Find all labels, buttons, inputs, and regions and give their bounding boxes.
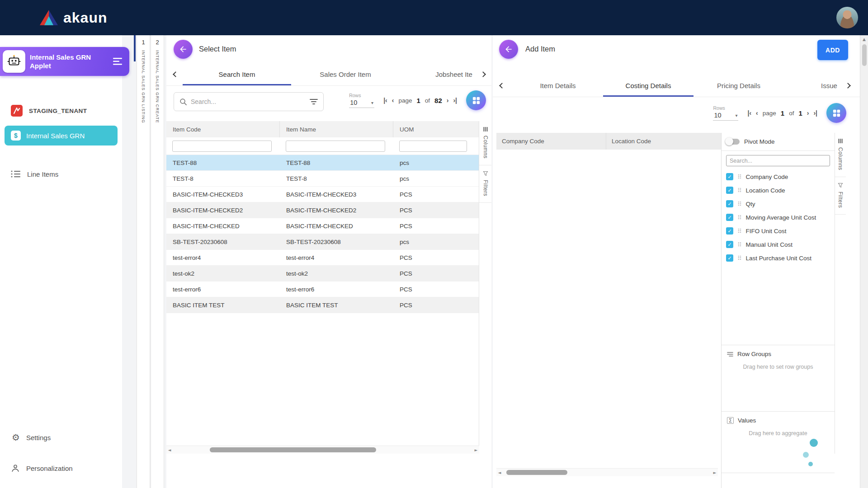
tab-sales-order-item[interactable]: Sales Order Item [291, 63, 400, 85]
rows-per-page-control[interactable]: Rows 10 ▾ [349, 93, 374, 108]
column-header-item-code[interactable]: Item Code [166, 121, 280, 137]
table-row[interactable]: test-error6test-error6PCS [166, 282, 479, 297]
menu-icon[interactable] [113, 57, 123, 66]
scroll-right-icon[interactable]: ► [712, 470, 718, 475]
side-tab-columns[interactable]: Columns [479, 121, 491, 165]
tenant-row[interactable]: STAGING_TENANT [11, 105, 87, 117]
rows-per-page-control[interactable]: Rows 10 ▾ [713, 105, 738, 121]
sidebar-item-settings[interactable]: ⚙ Settings [12, 433, 51, 442]
filter-list-icon[interactable] [310, 99, 318, 105]
uom-filter-input[interactable] [399, 141, 467, 152]
grid-view-button[interactable] [466, 90, 486, 110]
scroll-left-icon[interactable]: ◄ [496, 470, 503, 475]
prev-page-button[interactable]: ‹ [392, 97, 394, 104]
side-tab-filters[interactable]: Filters [835, 177, 846, 215]
table-row[interactable]: test-ok2test-ok2PCS [166, 266, 479, 282]
item-code-filter-input[interactable] [172, 141, 272, 152]
row-groups-dropzone[interactable]: Row Groups Drag here to set row groups [722, 345, 835, 411]
pivot-mode-toggle[interactable] [726, 139, 740, 145]
step-tab-create[interactable]: 2 INTERNAL SALES GRN CREATE [151, 35, 164, 488]
column-item[interactable]: ✓⠿Company Code [722, 170, 835, 183]
first-page-button[interactable]: |‹ [383, 97, 387, 104]
drag-handle-icon[interactable]: ⠿ [737, 214, 742, 221]
table-row[interactable]: BASIC-ITEM-CHECKEDBASIC-ITEM-CHECKEDPCS [166, 218, 479, 234]
drag-handle-icon[interactable]: ⠿ [737, 201, 742, 207]
column-header-location-code[interactable]: Location Code [606, 133, 721, 150]
sidebar-item-internal-sales-grn[interactable]: $ Internal Sales GRN [5, 126, 118, 145]
search-input[interactable] [191, 98, 306, 105]
back-button[interactable] [499, 40, 518, 59]
prev-page-button[interactable]: ‹ [756, 109, 758, 117]
checkbox-checked-icon[interactable]: ✓ [726, 227, 733, 235]
back-button[interactable] [174, 40, 193, 59]
grid-view-button[interactable] [826, 103, 846, 123]
scrollbar-track[interactable] [173, 446, 473, 454]
item-name-filter-input[interactable] [286, 141, 385, 152]
column-item[interactable]: ✓⠿Moving Average Unit Cost [722, 211, 835, 224]
tab-search-item[interactable]: Search Item [183, 63, 291, 85]
rows-select[interactable]: 10 ▾ [349, 98, 374, 108]
table-row[interactable]: TEST-8TEST-8pcs [166, 171, 479, 187]
column-header-uom[interactable]: UOM [393, 121, 479, 137]
table-row[interactable]: BASIC ITEM TESTBASIC ITEM TESTPCS [166, 297, 479, 313]
drag-handle-icon[interactable]: ⠿ [737, 174, 742, 180]
drag-handle-icon[interactable]: ⠿ [737, 241, 742, 248]
checkbox-checked-icon[interactable]: ✓ [726, 200, 733, 207]
rows-select[interactable]: 10 ▾ [713, 111, 738, 121]
next-page-button[interactable]: › [807, 109, 809, 117]
scroll-up-icon[interactable]: ▲ [860, 37, 868, 42]
sidebar-item-personalization[interactable]: Personalization [11, 464, 73, 473]
scrollbar-thumb[interactable] [506, 470, 567, 475]
table-row[interactable]: test-error4test-error4PCS [166, 250, 479, 266]
column-search-input[interactable] [726, 155, 830, 166]
drag-handle-icon[interactable]: ⠿ [737, 255, 742, 262]
column-item[interactable]: ✓⠿FIFO Unit Cost [722, 224, 835, 238]
next-page-button[interactable]: › [447, 97, 449, 104]
filter-row [166, 137, 479, 155]
last-page-button[interactable]: ›| [453, 97, 457, 104]
horizontal-scrollbar[interactable]: ◄ ► [496, 468, 718, 476]
column-item[interactable]: ✓⠿Qty [722, 197, 835, 211]
horizontal-scrollbar[interactable]: ◄ ► [166, 446, 479, 454]
chevron-left-icon[interactable] [173, 71, 179, 77]
column-item[interactable]: ✓⠿Location Code [722, 183, 835, 197]
table-row[interactable]: TEST-88TEST-88pcs [166, 155, 479, 171]
tab-item-details[interactable]: Item Details [513, 75, 603, 97]
step-tab-listing[interactable]: 1 INTERNAL SALES GRN LISTING [137, 35, 150, 488]
checkbox-checked-icon[interactable]: ✓ [726, 187, 733, 194]
sidebar-item-line-items[interactable]: Line Items [11, 170, 58, 178]
checkbox-checked-icon[interactable]: ✓ [726, 173, 733, 180]
column-item[interactable]: ✓⠿Manual Unit Cost [722, 238, 835, 251]
table-row[interactable]: SB-TEST-20230608SB-TEST-20230608pcs [166, 234, 479, 250]
tab-pricing-details[interactable]: Pricing Details [693, 75, 784, 97]
scrollbar-thumb[interactable] [862, 44, 867, 66]
scroll-right-icon[interactable]: ► [473, 448, 479, 452]
tab-jobsheet-item[interactable]: Jobsheet Ite [400, 63, 479, 85]
tab-issue[interactable]: Issue [784, 75, 846, 97]
side-tab-columns[interactable]: Columns [835, 133, 846, 177]
page-scrollbar[interactable]: ▲ [860, 35, 868, 488]
column-header-company-code[interactable]: Company Code [496, 133, 606, 150]
chevron-right-icon[interactable] [480, 71, 486, 77]
table-row[interactable]: BASIC-ITEM-CHECKED3BASIC-ITEM-CHECKED3PC… [166, 187, 479, 202]
add-button[interactable]: ADD [817, 40, 848, 60]
column-item[interactable]: ✓⠿Last Purchase Unit Cost [722, 251, 835, 265]
chevron-left-icon[interactable] [499, 83, 505, 89]
column-header-item-name[interactable]: Item Name [280, 121, 393, 137]
side-tab-filters[interactable]: Filters [479, 165, 491, 203]
drag-handle-icon[interactable]: ⠿ [737, 187, 742, 194]
tab-costing-details[interactable]: Costing Details [603, 75, 693, 97]
checkbox-checked-icon[interactable]: ✓ [726, 241, 733, 248]
search-box[interactable] [174, 92, 324, 111]
last-page-button[interactable]: ›| [813, 109, 817, 117]
applet-badge[interactable]: Internal Sales GRN Applet [0, 47, 129, 76]
drag-handle-icon[interactable]: ⠿ [737, 228, 742, 235]
checkbox-checked-icon[interactable]: ✓ [726, 214, 733, 221]
scrollbar-thumb[interactable] [210, 447, 376, 452]
checkbox-checked-icon[interactable]: ✓ [726, 254, 733, 262]
scroll-left-icon[interactable]: ◄ [166, 448, 173, 452]
scrollbar-track[interactable] [503, 469, 712, 476]
first-page-button[interactable]: |‹ [747, 109, 751, 117]
table-row[interactable]: BASIC-ITEM-CHECKED2BASIC-ITEM-CHECKED2PC… [166, 202, 479, 218]
avatar[interactable] [836, 7, 858, 28]
